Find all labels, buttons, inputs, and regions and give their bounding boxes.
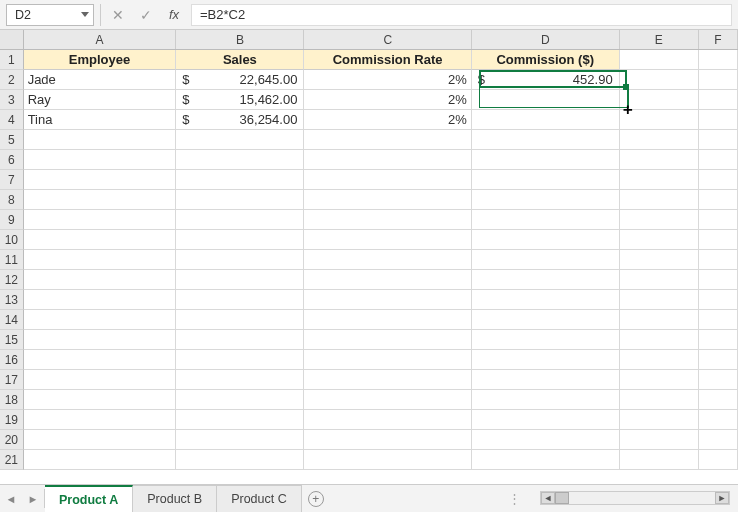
cell[interactable] [176, 190, 304, 210]
row-header[interactable]: 13 [0, 290, 24, 310]
row-header[interactable]: 20 [0, 430, 24, 450]
cell[interactable] [699, 110, 739, 130]
cell[interactable] [699, 90, 739, 110]
cell[interactable] [472, 150, 620, 170]
cell[interactable] [699, 50, 739, 70]
row-header[interactable]: 10 [0, 230, 24, 250]
cell[interactable] [24, 310, 177, 330]
cell[interactable] [472, 450, 620, 470]
cell-commission[interactable]: $452.90 [472, 70, 620, 90]
cell[interactable] [620, 290, 699, 310]
cell[interactable] [176, 250, 304, 270]
next-sheet-icon[interactable]: ► [22, 485, 44, 512]
cell[interactable] [620, 250, 699, 270]
cell[interactable] [176, 450, 304, 470]
cell[interactable] [699, 350, 739, 370]
cell-rate[interactable]: 2% [304, 110, 471, 130]
cell[interactable] [699, 210, 739, 230]
cell[interactable] [304, 350, 471, 370]
cell-sales[interactable]: $15,462.00 [176, 90, 304, 110]
cell[interactable] [304, 410, 471, 430]
row-header[interactable]: 8 [0, 190, 24, 210]
cell[interactable] [699, 410, 739, 430]
cell[interactable] [699, 70, 739, 90]
cell[interactable] [304, 190, 471, 210]
cell-sales[interactable]: $36,254.00 [176, 110, 304, 130]
cell[interactable] [699, 430, 739, 450]
column-header-B[interactable]: B [176, 30, 304, 49]
cell[interactable] [620, 370, 699, 390]
fx-icon[interactable]: fx [163, 4, 185, 26]
cell[interactable] [176, 430, 304, 450]
cell[interactable] [304, 330, 471, 350]
cell[interactable] [24, 150, 177, 170]
cell[interactable] [699, 290, 739, 310]
cell[interactable] [472, 330, 620, 350]
cell[interactable] [620, 230, 699, 250]
cell[interactable] [24, 230, 177, 250]
cell[interactable] [620, 170, 699, 190]
cell[interactable] [472, 250, 620, 270]
cell[interactable] [24, 270, 177, 290]
cell[interactable] [304, 450, 471, 470]
cell[interactable] [304, 230, 471, 250]
row-header[interactable]: 9 [0, 210, 24, 230]
cell[interactable] [24, 290, 177, 310]
cell[interactable] [304, 270, 471, 290]
cell[interactable] [699, 450, 739, 470]
cell[interactable] [472, 170, 620, 190]
column-header-E[interactable]: E [620, 30, 699, 49]
check-icon[interactable]: ✓ [135, 4, 157, 26]
cell[interactable] [699, 190, 739, 210]
cell-sales[interactable]: $22,645.00 [176, 70, 304, 90]
cell[interactable] [699, 150, 739, 170]
cell[interactable] [24, 330, 177, 350]
cell[interactable] [472, 410, 620, 430]
cell[interactable] [699, 310, 739, 330]
cell[interactable] [472, 190, 620, 210]
row-header[interactable]: 12 [0, 270, 24, 290]
cell[interactable] [699, 170, 739, 190]
cell[interactable] [176, 210, 304, 230]
row-header[interactable]: 14 [0, 310, 24, 330]
cell[interactable] [699, 390, 739, 410]
cell-commission[interactable] [472, 110, 620, 130]
cell[interactable] [176, 350, 304, 370]
scroll-thumb[interactable] [555, 492, 569, 504]
cell[interactable] [472, 310, 620, 330]
cell[interactable] [304, 170, 471, 190]
cell[interactable] [176, 150, 304, 170]
cell[interactable] [176, 390, 304, 410]
cell[interactable] [24, 410, 177, 430]
cell[interactable] [24, 190, 177, 210]
cell[interactable] [24, 130, 177, 150]
cell[interactable] [304, 210, 471, 230]
row-header[interactable]: 5 [0, 130, 24, 150]
cell[interactable] [472, 350, 620, 370]
cell[interactable] [620, 70, 699, 90]
cell[interactable] [176, 130, 304, 150]
cell[interactable] [24, 370, 177, 390]
cell[interactable] [699, 230, 739, 250]
cell[interactable] [620, 410, 699, 430]
cell[interactable] [24, 170, 177, 190]
row-header[interactable]: 19 [0, 410, 24, 430]
chevron-down-icon[interactable] [81, 12, 89, 17]
cell[interactable] [24, 430, 177, 450]
row-header[interactable]: 16 [0, 350, 24, 370]
cell[interactable] [472, 370, 620, 390]
name-box[interactable]: D2 [6, 4, 94, 26]
cell[interactable] [304, 310, 471, 330]
cell[interactable] [699, 250, 739, 270]
cell[interactable] [472, 390, 620, 410]
row-header[interactable]: 1 [0, 50, 24, 70]
cell[interactable] [472, 290, 620, 310]
cell[interactable] [699, 270, 739, 290]
scroll-left-icon[interactable]: ◄ [541, 492, 555, 504]
row-header[interactable]: 3 [0, 90, 24, 110]
cell[interactable] [620, 50, 699, 70]
cell[interactable] [472, 130, 620, 150]
header-cell-commission[interactable]: Commission ($) [472, 50, 620, 70]
cell-rate[interactable]: 2% [304, 70, 471, 90]
cell[interactable] [620, 210, 699, 230]
